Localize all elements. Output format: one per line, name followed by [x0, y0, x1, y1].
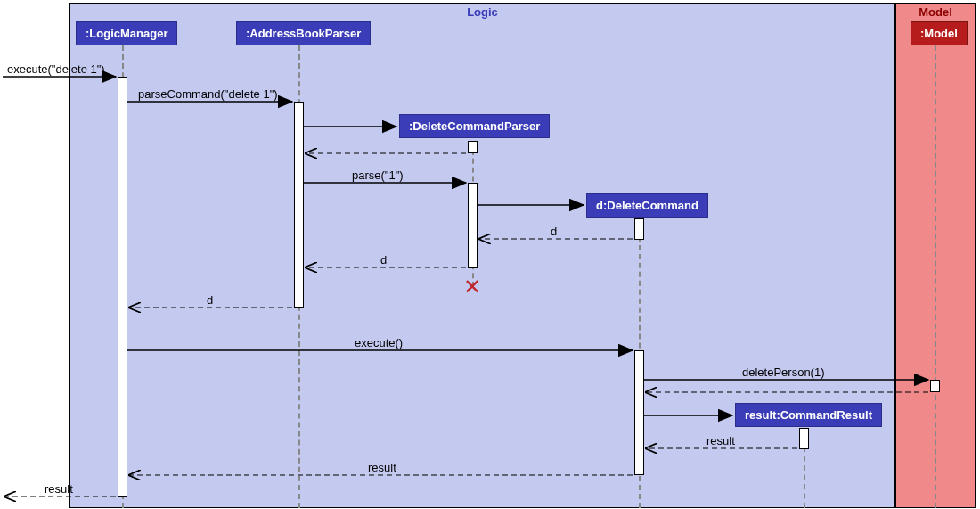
participant-commandresult: result:CommandResult — [735, 403, 882, 427]
lifeline-model — [935, 45, 936, 508]
activation-dc-1 — [634, 218, 644, 240]
activation-dc-2 — [634, 350, 644, 475]
region-logic-title: Logic — [460, 4, 505, 21]
participant-addressbookparser: :AddressBookParser — [236, 21, 371, 45]
participant-model: :Model — [911, 21, 968, 45]
activation-dcp-2 — [468, 183, 478, 268]
msg-execute: execute() — [355, 336, 403, 349]
activation-commandresult — [799, 428, 809, 449]
activation-logicmanager — [118, 77, 127, 497]
activation-model — [930, 380, 940, 392]
participant-deletecommand: d:DeleteCommand — [586, 193, 708, 218]
msg-d3: d — [207, 293, 213, 307]
msg-d2: d — [380, 253, 387, 267]
participant-deletecommandparser: :DeleteCommandParser — [399, 114, 550, 138]
participant-logicmanager: :LogicManager — [76, 21, 177, 45]
region-logic: Logic — [69, 3, 895, 508]
msg-execute-delete1: execute("delete 1") — [7, 62, 105, 76]
msg-d1: d — [551, 225, 557, 238]
activation-dcp-1 — [468, 141, 478, 153]
destroy-icon: ✕ — [463, 276, 481, 298]
msg-result3: result — [45, 482, 73, 496]
sequence-diagram: Logic Model :LogicManager :AddressBookPa… — [0, 0, 980, 509]
msg-result2: result — [368, 461, 396, 474]
msg-result1: result — [706, 434, 735, 447]
msg-parse1: parse("1") — [352, 168, 404, 182]
msg-parsecommand: parseCommand("delete 1") — [138, 87, 278, 101]
msg-deleteperson: deletePerson(1) — [742, 365, 825, 379]
activation-addressbookparser — [294, 102, 304, 308]
region-model-title: Model — [911, 4, 960, 21]
